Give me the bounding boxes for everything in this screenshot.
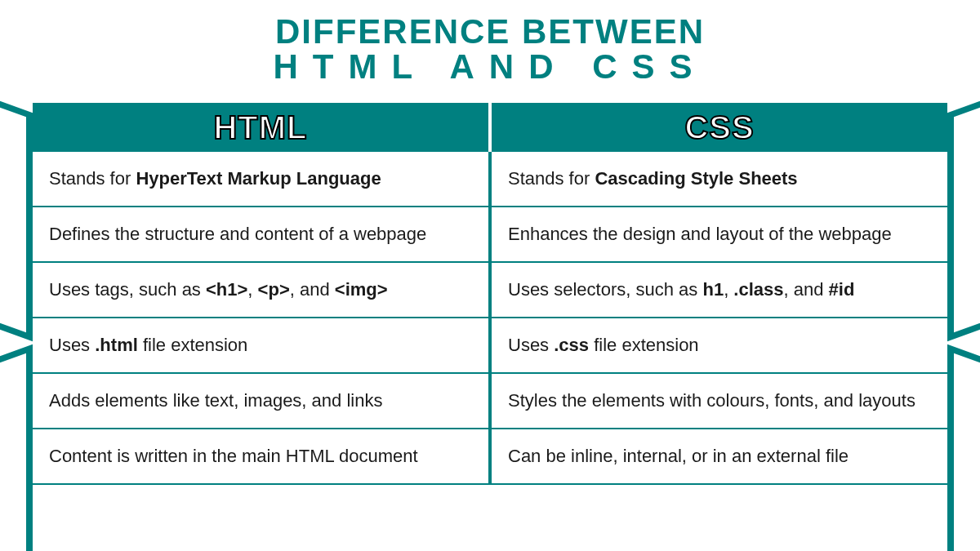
table-row: Defines the structure and content of a w…	[33, 207, 947, 263]
table-cell-left: Defines the structure and content of a w…	[33, 207, 492, 261]
table-cell-left: Uses .html file extension	[33, 318, 492, 372]
decoration-right-bottom	[947, 344, 980, 551]
table-cell-right: Uses .css file extension	[492, 318, 947, 372]
decoration-right-top	[947, 83, 980, 341]
table-cell-left: Adds elements like text, images, and lin…	[33, 374, 492, 428]
decoration-left-bottom	[0, 344, 33, 551]
decoration-left-top	[0, 83, 33, 341]
table-row: Uses .html file extension Uses .css file…	[33, 318, 947, 374]
header-cell-html: HTML	[33, 103, 492, 152]
table-cell-right: Stands for Cascading Style Sheets	[492, 152, 947, 206]
table-row: Adds elements like text, images, and lin…	[33, 374, 947, 429]
table-row: Uses tags, such as <h1>, <p>, and <img> …	[33, 263, 947, 318]
header-html-text: HTML	[213, 109, 307, 146]
comparison-table: HTML CSS Stands for HyperText Markup Lan…	[33, 103, 947, 485]
table-row: Content is written in the main HTML docu…	[33, 429, 947, 485]
table-cell-right: Uses selectors, such as h1, .class, and …	[492, 263, 947, 317]
table-cell-right: Styles the elements with colours, fonts,…	[492, 374, 947, 428]
table-header-row: HTML CSS	[33, 103, 947, 152]
title-line1: DIFFERENCE BETWEEN	[0, 12, 980, 51]
table-cell-right: Enhances the design and layout of the we…	[492, 207, 947, 261]
table-cell-left: Uses tags, such as <h1>, <p>, and <img>	[33, 263, 492, 317]
header-css-text: CSS	[684, 109, 754, 146]
title-block: DIFFERENCE BETWEEN HTML AND CSS	[0, 0, 980, 95]
table-row: Stands for HyperText Markup Language Sta…	[33, 152, 947, 207]
header-cell-css: CSS	[492, 103, 947, 152]
table-cell-right: Can be inline, internal, or in an extern…	[492, 429, 947, 483]
table-cell-left: Stands for HyperText Markup Language	[33, 152, 492, 206]
table-cell-left: Content is written in the main HTML docu…	[33, 429, 492, 483]
title-line2: HTML AND CSS	[0, 47, 980, 87]
